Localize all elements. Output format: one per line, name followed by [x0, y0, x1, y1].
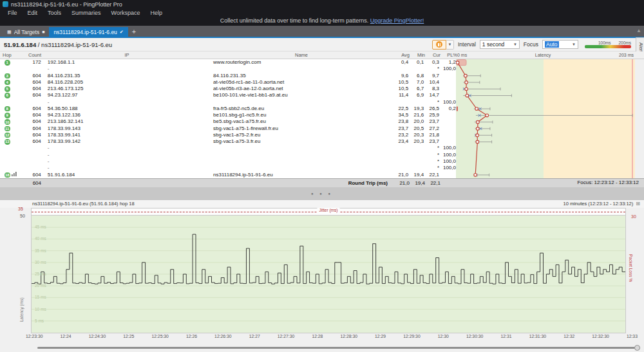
table-row[interactable]: 460484.116.228.205at-vie05d-rc1-ae-11-0.… [0, 79, 456, 86]
table-row[interactable]: -*100,0 [0, 152, 456, 158]
cell-min: 7,0 [408, 79, 424, 86]
cell-ip: - [41, 99, 212, 106]
cell-name [212, 99, 389, 106]
cell-cur: 27,2 [424, 125, 439, 132]
table-row[interactable]: 660494.23.122.97be100-101.vie-vie1-bb1-a… [0, 92, 456, 98]
menu-item-summaries[interactable]: Summaries [66, 10, 106, 16]
gridline-label: 15 ms [35, 295, 46, 299]
col-count[interactable]: Count [22, 51, 41, 59]
cell-pl [439, 86, 456, 92]
table-row[interactable]: 1172192.168.1.1www.routerlogin.com0,40,1… [0, 59, 456, 66]
col-avg[interactable]: Avg [390, 51, 410, 59]
cell-count: 604 [22, 92, 41, 98]
pause-button[interactable] [432, 40, 446, 50]
cell-min [408, 145, 424, 151]
cell-hop: 11 [0, 125, 22, 132]
interval-select[interactable]: 1 second ▼ [480, 40, 520, 49]
time-tick-label: 12:32:30 [592, 334, 609, 342]
menu-item-file[interactable]: File [3, 10, 23, 16]
cell-count [22, 66, 41, 72]
cell-pl: 1,2 [439, 59, 456, 66]
hop-latency-graph[interactable] [456, 59, 635, 178]
tab-all-targets[interactable]: ▦ All Targets ■ [3, 27, 49, 37]
tab-scroll-icon[interactable]: ▲ [636, 28, 641, 33]
legend-gradient-bar [585, 45, 631, 48]
time-tick-label: 12:33 [627, 334, 638, 342]
cell-count: 172 [22, 59, 41, 66]
table-row[interactable]: 860454.36.50.188fra-fr5-sbb2-nc5.de.eu22… [0, 106, 456, 112]
gridline-label: 20 ms [35, 283, 46, 288]
table-row[interactable]: -*100,0 [0, 99, 456, 106]
timeline-scale-icon[interactable]: ⊞ [636, 200, 640, 208]
table-row[interactable]: -*100,0 [0, 145, 456, 151]
col-name[interactable]: Name [213, 51, 390, 59]
hop-badge: 13 [5, 139, 10, 145]
cell-pl [439, 118, 456, 125]
cell-hop: 1 [0, 59, 22, 66]
upgrade-link[interactable]: Upgrade PingPlotter! [370, 17, 424, 24]
time-tick-label: 12:31 [501, 334, 512, 342]
cell-pl [439, 138, 456, 145]
latency-timeline-plot[interactable]: 45 ms40 ms35 ms30 ms25 ms20 ms15 ms10 ms… [31, 215, 626, 333]
hop-badge: 5 [5, 86, 10, 92]
cell-ip: 94.23.122.136 [41, 112, 212, 118]
menu-item-help[interactable]: Help [145, 10, 167, 16]
table-row[interactable]: 12604178.33.99.141sbg-vac1-a75-2.fr.eu23… [0, 132, 456, 138]
col-hop[interactable]: Hop [0, 51, 22, 59]
cell-hop: 12 [0, 132, 22, 138]
menu-item-workspace[interactable]: Workspace [106, 10, 146, 16]
trace-controls: ▼ Interval 1 second ▼ Focus Auto ▼ 100ms… [432, 40, 631, 50]
tab-active-target[interactable]: ns31118294.ip-51-91-6.eu ✔ [49, 27, 128, 37]
table-row[interactable]: 960494.23.122.136be101.sbg-g1-nc5.fr.eu3… [0, 112, 456, 118]
table-row[interactable]: -*100,0 [0, 165, 456, 171]
menu-item-edit[interactable]: Edit [23, 10, 43, 16]
col-ip[interactable]: IP [41, 51, 213, 59]
cell-min [408, 66, 424, 72]
focus-select[interactable]: Auto ▼ [542, 40, 578, 49]
pause-menu-button[interactable]: ▼ [446, 40, 454, 50]
cell-hop [0, 152, 22, 158]
round-trip-label: Round Trip (ms) [213, 179, 390, 187]
cell-count: 604 [22, 132, 41, 138]
upgrade-banner: Collect unlimited data over time to find… [0, 17, 644, 26]
col-cur[interactable]: Cur [425, 51, 440, 59]
table-row[interactable]: 360484.116.231.3584.116.231.359,66,89,7 [0, 73, 456, 79]
table-row[interactable]: 11604178.33.99.143sbg-vac1-a75-1-firewal… [0, 125, 456, 132]
scrollbar-knob[interactable] [634, 345, 640, 351]
time-tick-label: 12:25:30 [151, 334, 168, 342]
cell-cur: 26,5 [424, 106, 439, 112]
col-pl[interactable]: PL% [440, 51, 457, 59]
timeline-range[interactable]: 10 minutes (12:23:12 - 12:33:12) ⊞ [563, 200, 640, 208]
cell-ip: - [41, 165, 212, 171]
table-row[interactable]: 1860451.91.6.184ns31118294.ip-51-91-6.eu… [0, 172, 456, 178]
cell-hop [0, 165, 22, 171]
cell-ip: 213.46.173.125 [41, 86, 212, 92]
pause-icon [436, 41, 442, 48]
table-row[interactable]: 13604178.33.99.142sbg-vac1-a75-3.fr.eu23… [0, 138, 456, 145]
cell-min [408, 99, 424, 106]
interval-label: Interval [458, 41, 476, 48]
table-row[interactable]: -*100,0 [0, 66, 456, 72]
tab-pin-icon[interactable]: ■ [42, 30, 44, 34]
cell-cur: * [424, 99, 439, 106]
cell-count: 604 [22, 138, 41, 145]
cell-min: 6,9 [408, 92, 424, 98]
table-row[interactable]: 10604213.186.32.141be5.sbg-vac1-a75.fr.e… [0, 118, 456, 125]
focus-value: Auto [545, 41, 559, 48]
scrollbar-track[interactable] [37, 347, 640, 349]
panel-splitter[interactable]: ● ● ● [0, 187, 644, 200]
timeline-svg [32, 216, 625, 333]
menu-item-tools[interactable]: Tools [43, 10, 66, 16]
cell-name [212, 152, 389, 158]
cell-cur: 23,7 [424, 118, 439, 125]
table-row[interactable]: -*100,0 [0, 158, 456, 165]
col-min[interactable]: Min [410, 51, 425, 59]
cell-min [408, 165, 424, 171]
cell-min: 21,6 [408, 112, 424, 118]
new-tab-button[interactable]: + [128, 27, 140, 37]
cell-min: 19,3 [408, 106, 424, 112]
table-row[interactable]: 5604213.46.173.125at-vie05b-ri3-ae-12-0.… [0, 86, 456, 92]
cell-avg: 21,0 [389, 172, 408, 178]
cell-ip: 178.33.99.143 [41, 125, 212, 132]
timeline-scrollbar[interactable] [37, 345, 640, 351]
